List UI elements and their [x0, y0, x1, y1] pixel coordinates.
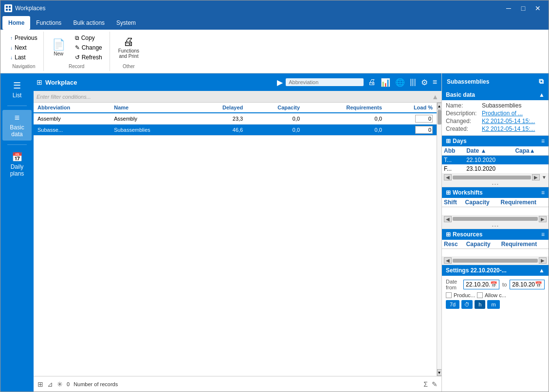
col-load[interactable]: Load % [386, 103, 437, 113]
days-col-cap[interactable]: Capa▲ [513, 146, 549, 156]
maximize-button[interactable]: □ [516, 3, 530, 14]
days-section: ⊞ Days ≡ Abb Date ▲ Capa▲ [442, 136, 549, 187]
chart-toolbar-icon[interactable]: 📊 [379, 77, 392, 88]
description-value[interactable]: Production of ... [482, 110, 523, 117]
scroll-thumb[interactable] [438, 110, 441, 125]
date-from-calendar-icon[interactable]: 📅 [490, 281, 497, 288]
sidebar-item-basic-data[interactable]: ≡ Basic data [2, 110, 32, 141]
days-scroll-right[interactable]: ▶ [532, 174, 540, 180]
col-capacity[interactable]: Capacity [247, 103, 304, 113]
refresh-button[interactable]: ↺ Refresh [72, 53, 106, 62]
checkbox-allow[interactable] [477, 292, 483, 298]
ribbon: ↑ Previous ↓ Next ↓ Last Navigation [0, 30, 549, 73]
sidebar-item-daily-plans[interactable]: 📅 Daily plans [2, 149, 32, 180]
settings-section-header: Settings 22.10.2020-... ▲ [442, 265, 549, 276]
ws-scroll-right[interactable]: ▶ [539, 216, 547, 222]
menu-item-functions[interactable]: Functions [30, 16, 67, 30]
btn-clock[interactable]: ⏱ [461, 300, 473, 309]
ws-col-shift[interactable]: Shift [442, 198, 463, 207]
days-title-row: ⊞ Days [446, 138, 467, 144]
created-value[interactable]: K2 2012-05-14 15:... [482, 125, 535, 132]
print-toolbar-icon[interactable]: 🖨 [366, 77, 377, 88]
panel-external-icon[interactable]: ⧉ [539, 77, 544, 86]
ws-col-capacity[interactable]: Capacity [463, 198, 499, 207]
edit-bottom-icon[interactable]: ✎ [432, 380, 438, 388]
ws-scroll-thumb[interactable] [453, 217, 538, 221]
cell-name-1: Assembly [110, 113, 193, 125]
sum-icon[interactable]: Σ [423, 380, 428, 388]
next-button[interactable]: ↓ Next [8, 43, 39, 52]
panel-title: Subassemblies [447, 78, 489, 85]
col-abbreviation[interactable]: Abbreviation [34, 103, 110, 113]
scroll-up-btn[interactable]: ▲ [437, 103, 442, 109]
date-from-input[interactable]: 22.10.20. 📅 [463, 280, 499, 289]
expand-arrow-icon[interactable]: ▶ [277, 78, 283, 87]
days-row-1[interactable]: T... 22.10.2020 [442, 156, 549, 165]
scroll-track[interactable] [437, 109, 442, 369]
change-button[interactable]: ✎ Change [72, 43, 106, 52]
load-input-1[interactable] [415, 115, 433, 123]
settings-bottom-icon[interactable]: ✳ [57, 380, 63, 388]
settings-toolbar-icon[interactable]: ⚙ [420, 77, 429, 88]
days-expand-icon[interactable]: ▼ [542, 175, 547, 180]
menu-item-home[interactable]: Home [2, 16, 30, 30]
barcode-toolbar-icon[interactable]: ||| [408, 77, 417, 88]
new-button[interactable]: 📄 New [48, 34, 70, 62]
table-row[interactable]: Assembly Assembly 23,3 0,0 0,0 [34, 113, 437, 125]
resources-menu-icon[interactable]: ≡ [541, 231, 545, 238]
ws-scroll-left[interactable]: ◀ [444, 216, 452, 222]
date-to-calendar-icon[interactable]: 📅 [535, 281, 542, 288]
res-col-resc[interactable]: Resc [442, 240, 464, 249]
copy-button[interactable]: ⧉ Copy [72, 34, 106, 42]
changed-value[interactable]: K2 2012-05-14 15:... [482, 118, 535, 125]
table-row-selected[interactable]: Subasse... Subassemblies 46,6 0,0 0,0 [34, 125, 437, 136]
menu-item-bulk-actions[interactable]: Bulk actions [67, 16, 110, 30]
days-row-2[interactable]: F... 23.10.2020 [442, 164, 549, 173]
workshifts-menu-icon[interactable]: ≡ [541, 189, 545, 196]
record-small-buttons: ⧉ Copy ✎ Change ↺ Refresh [72, 34, 106, 62]
workshifts-section-header: ⊞ Workshifts ≡ [442, 187, 549, 198]
settings-collapse-icon[interactable]: ▲ [539, 267, 545, 274]
network-toolbar-icon[interactable]: 🌐 [394, 77, 406, 88]
description-label: Description: [446, 110, 480, 117]
table-view-icon[interactable]: ⊞ [37, 380, 43, 388]
col-delayed[interactable]: Delayed [193, 103, 247, 113]
res-scroll-right[interactable]: ▶ [539, 257, 547, 264]
btn-h[interactable]: h [475, 300, 485, 309]
minimize-button[interactable]: ─ [502, 3, 515, 14]
title-bar-left: Workplaces [4, 4, 45, 12]
close-button[interactable]: ✕ [531, 3, 545, 14]
basic-data-collapse-icon[interactable]: ▲ [539, 91, 545, 98]
res-scroll-thumb[interactable] [453, 259, 538, 263]
cell-abbreviation-1: Assembly [34, 113, 110, 125]
btn-7d[interactable]: 7d [446, 300, 459, 309]
days-col-abb[interactable]: Abb [442, 146, 464, 156]
filter-bottom-icon[interactable]: ⊿ [47, 380, 53, 388]
vertical-scrollbar[interactable]: ▲ ▼ [437, 103, 441, 376]
ws-col-requirement[interactable]: Requirement [499, 198, 549, 207]
previous-button[interactable]: ↑ Previous [8, 34, 39, 42]
new-icon: 📄 [52, 39, 65, 50]
res-scroll-left[interactable]: ◀ [444, 257, 452, 264]
load-input-2[interactable] [415, 126, 433, 134]
collapse-icon[interactable]: ▲ [432, 93, 439, 101]
search-input[interactable] [286, 78, 364, 86]
days-scroll-thumb[interactable] [453, 176, 531, 179]
scroll-down-btn[interactable]: ▼ [437, 369, 442, 376]
res-col-requirement[interactable]: Requirement [499, 240, 549, 249]
date-to-input[interactable]: 28.10.20 📅 [510, 280, 545, 289]
sidebar-item-list[interactable]: ☰ List [2, 77, 32, 102]
functions-print-button[interactable]: 🖨 Functionsand Print [114, 34, 144, 62]
workplace-table: Abbreviation Name Delayed Capacity Requi… [34, 103, 437, 136]
last-button[interactable]: ↓ Last [8, 53, 39, 62]
days-col-date[interactable]: Date ▲ [464, 146, 513, 156]
res-col-capacity[interactable]: Capacity [464, 240, 499, 249]
days-scroll-left[interactable]: ◀ [444, 174, 452, 180]
btn-m[interactable]: m [487, 300, 499, 309]
checkbox-produc[interactable] [446, 292, 452, 298]
menu-toolbar-icon[interactable]: ≡ [431, 77, 439, 88]
menu-item-system[interactable]: System [110, 16, 142, 30]
col-name[interactable]: Name [110, 103, 193, 113]
col-requirements[interactable]: Requirements [304, 103, 386, 113]
days-menu-icon[interactable]: ≡ [541, 138, 545, 144]
